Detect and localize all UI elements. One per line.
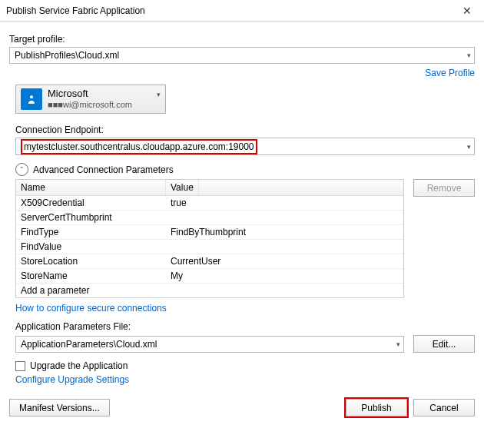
- configure-upgrade-link[interactable]: Configure Upgrade Settings: [15, 374, 129, 385]
- upgrade-label: Upgrade the Application: [30, 360, 128, 371]
- account-name: Microsoft: [48, 88, 151, 99]
- secure-connections-link[interactable]: How to configure secure connections: [15, 303, 167, 314]
- chevron-down-icon: ▾: [467, 143, 471, 151]
- target-profile-label: Target profile:: [9, 34, 475, 45]
- app-params-label: Application Parameters File:: [15, 321, 475, 332]
- app-params-dropdown[interactable]: ApplicationParameters\Cloud.xml ▾: [15, 336, 404, 353]
- dialog-content: Target profile: PublishProfiles\Cloud.xm…: [0, 22, 484, 429]
- save-profile-link[interactable]: Save Profile: [425, 68, 475, 78]
- col-name: Name: [16, 180, 166, 195]
- close-icon[interactable]: ✕: [456, 5, 478, 17]
- app-params-value: ApplicationParameters\Cloud.xml: [21, 339, 157, 350]
- table-row[interactable]: StoreName My: [16, 269, 403, 284]
- window-title: Publish Service Fabric Application: [6, 5, 456, 16]
- table-row[interactable]: X509Credential true: [16, 196, 403, 211]
- chevron-down-icon: ▾: [157, 91, 161, 98]
- col-value: Value: [166, 180, 199, 195]
- remove-button[interactable]: Remove: [413, 179, 475, 197]
- svg-point-0: [30, 95, 33, 98]
- connection-endpoint-combo[interactable]: mytestcluster.southcentralus.cloudapp.az…: [15, 138, 475, 155]
- target-profile-dropdown[interactable]: PublishProfiles\Cloud.xml ▾: [9, 47, 475, 64]
- target-profile-value: PublishProfiles\Cloud.xml: [15, 50, 119, 61]
- edit-button[interactable]: Edit...: [413, 335, 475, 353]
- advanced-params-toggle[interactable]: ˄ Advanced Connection Parameters: [15, 163, 475, 176]
- cancel-button[interactable]: Cancel: [413, 399, 475, 416]
- badge-icon: [21, 88, 42, 110]
- table-row[interactable]: Add a parameter: [16, 284, 403, 297]
- endpoint-label: Connection Endpoint:: [15, 124, 475, 135]
- account-email: ■■■wi@microsoft.com: [48, 99, 151, 110]
- table-row[interactable]: StoreLocation CurrentUser: [16, 254, 403, 269]
- table-row[interactable]: FindType FindByThumbprint: [16, 225, 403, 240]
- publish-button[interactable]: Publish: [346, 399, 407, 416]
- manifest-versions-button[interactable]: Manifest Versions...: [9, 399, 110, 416]
- account-text: Microsoft ■■■wi@microsoft.com: [48, 88, 151, 110]
- endpoint-value: mytestcluster.southcentralus.cloudapp.az…: [24, 141, 254, 152]
- table-header: Name Value: [16, 180, 403, 196]
- table-row[interactable]: ServerCertThumbprint: [16, 211, 403, 225]
- table-row[interactable]: FindValue: [16, 240, 403, 254]
- advanced-params-title: Advanced Connection Parameters: [33, 164, 174, 175]
- upgrade-checkbox[interactable]: [15, 361, 25, 371]
- chevron-down-icon: ▾: [467, 51, 471, 59]
- advanced-params-table[interactable]: Name Value X509Credential true ServerCer…: [15, 179, 404, 298]
- chevron-down-icon: ▾: [396, 340, 400, 348]
- chevron-up-icon: ˄: [15, 163, 28, 176]
- account-selector[interactable]: Microsoft ■■■wi@microsoft.com ▾: [15, 85, 166, 114]
- title-bar: Publish Service Fabric Application ✕: [0, 0, 484, 22]
